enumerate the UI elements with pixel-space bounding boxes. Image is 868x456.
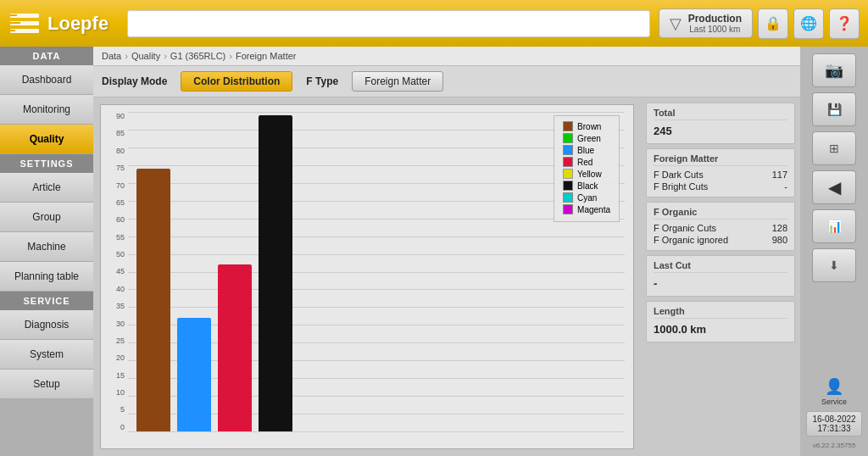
production-label: Production: [688, 13, 742, 25]
legend-item-blue: Blue: [563, 145, 610, 155]
sidebar-item-group[interactable]: Group: [0, 203, 93, 232]
legend-color-red: [563, 157, 573, 167]
grid-line: [128, 431, 625, 432]
header-right: ▽ Production Last 1000 km 🔒 🌐 ❓: [659, 8, 860, 39]
total-value: 245: [654, 123, 787, 139]
ftype-button[interactable]: Foreign Matter: [352, 71, 443, 92]
date-display: 16-08-2022: [812, 414, 855, 424]
logo-text: Loepfe: [47, 13, 108, 35]
right-bottom: 👤 Service 16-08-2022 17:31:33 v6.22.2.35…: [805, 377, 863, 449]
last-cut-header: Last Cut: [654, 260, 787, 273]
f-organic-cuts-value: 128: [772, 223, 787, 233]
foreign-matter-header: Foreign Matter: [654, 153, 787, 166]
f-organic-cuts-label: F Organic Cuts: [654, 223, 716, 233]
chart-button[interactable]: 📊: [812, 209, 856, 243]
f-dark-cuts-value: 117: [772, 170, 787, 180]
datetime-box: 16-08-2022 17:31:33: [806, 411, 861, 437]
f-bright-cuts-label: F Bright Cuts: [654, 181, 708, 192]
sidebar-item-machine[interactable]: Machine: [0, 232, 93, 262]
service-area: 👤 Service: [821, 377, 847, 406]
save-button[interactable]: 💾: [812, 92, 856, 126]
sidebar-item-diagnosis[interactable]: Diagnosis: [0, 310, 93, 340]
sidebar-item-setup[interactable]: Setup: [0, 370, 93, 399]
breadcrumb-foreign-matter: Foreign Matter: [236, 51, 297, 61]
legend-item-green: Green: [563, 133, 610, 143]
breadcrumb: Data › Quality › G1 (365RLC) › Foreign M…: [93, 47, 800, 66]
sidebar-item-dashboard[interactable]: Dashboard: [0, 65, 93, 95]
breadcrumb-g1: G1 (365RLC): [170, 51, 225, 61]
service-icon: 👤: [825, 377, 843, 396]
toolbar: Display Mode Color Distribution F Type F…: [93, 66, 800, 97]
main-layout: DATA Dashboard Monitoring Quality SETTIN…: [0, 47, 868, 456]
breadcrumb-sep-2: ›: [164, 51, 167, 61]
last-cut-box: Last Cut -: [646, 255, 795, 297]
chart-bar: [259, 115, 292, 431]
help-button[interactable]: ❓: [829, 8, 860, 39]
last-cut-value: -: [654, 275, 787, 292]
service-label: Service: [821, 398, 847, 406]
ftype-label: F Type: [306, 75, 338, 87]
legend-color-blue: [563, 145, 573, 155]
camera-button[interactable]: 📷: [812, 53, 856, 87]
total-box: Total 245: [646, 103, 795, 144]
chart-stats-area: 90 85 80 75 70 65 60 55 50 45 40 35 30 2…: [93, 97, 800, 456]
production-button[interactable]: ▽ Production Last 1000 km: [659, 8, 753, 38]
display-mode-button[interactable]: Color Distribution: [181, 71, 292, 92]
download-button[interactable]: ⬇: [812, 248, 856, 282]
chart-area: 90 85 80 75 70 65 60 55 50 45 40 35 30 2…: [93, 97, 641, 456]
y-axis: 90 85 80 75 70 65 60 55 50 45 40 35 30 2…: [101, 105, 128, 448]
f-organic-header: F Organic: [654, 207, 787, 220]
play-button[interactable]: ◀: [812, 170, 856, 204]
settings-section-header: SETTINGS: [0, 154, 93, 173]
service-section-header: SERVICE: [0, 292, 93, 310]
legend-color-magenta: [563, 204, 573, 214]
legend-color-green: [563, 133, 573, 143]
sidebar-item-quality[interactable]: Quality: [0, 125, 93, 154]
chart-bar: [136, 169, 170, 431]
sidebar-item-system[interactable]: System: [0, 340, 93, 370]
data-section-header: DATA: [0, 47, 93, 65]
foreign-matter-box: Foreign Matter F Dark Cuts 117 F Bright …: [646, 148, 795, 197]
legend-item-red: Red: [563, 157, 610, 167]
legend-color-cyan: [563, 192, 573, 203]
legend-item-magenta: Magenta: [563, 204, 610, 214]
breadcrumb-sep-3: ›: [229, 51, 232, 61]
f-dark-cuts-label: F Dark Cuts: [654, 170, 704, 180]
f-organic-ignored-value: 980: [772, 235, 787, 245]
f-organic-cuts-row: F Organic Cuts 128: [654, 222, 787, 234]
sidebar-item-planning-table[interactable]: Planning table: [0, 262, 93, 292]
f-dark-cuts-row: F Dark Cuts 117: [654, 169, 787, 181]
production-sub: Last 1000 km: [688, 25, 742, 34]
sidebar: DATA Dashboard Monitoring Quality SETTIN…: [0, 47, 93, 456]
right-panel: 📷 💾 ⊞ ◀ 📊 ⬇ 👤 Service 16-08-2022 17:31:3…: [800, 47, 868, 456]
stats-panel: Total 245 Foreign Matter F Dark Cuts 117…: [641, 97, 800, 456]
legend-item-yellow: Yellow: [563, 169, 610, 179]
length-box: Length 1000.0 km: [646, 301, 795, 342]
legend-color-yellow: [563, 169, 573, 179]
length-value: 1000.0 km: [654, 321, 787, 337]
breadcrumb-data: Data: [102, 51, 121, 61]
total-header: Total: [654, 108, 787, 120]
display-mode-label: Display Mode: [102, 75, 167, 87]
globe-button[interactable]: 🌐: [793, 8, 824, 39]
production-text: Production Last 1000 km: [688, 13, 742, 34]
legend-item-black: Black: [563, 181, 610, 191]
sidebar-item-monitoring[interactable]: Monitoring: [0, 95, 93, 125]
f-organic-ignored-label: F Organic ignored: [654, 235, 728, 245]
sidebar-item-article[interactable]: Article: [0, 173, 93, 203]
header: Loepfe ▽ Production Last 1000 km 🔒 🌐 ❓: [0, 0, 868, 47]
grid-button[interactable]: ⊞: [812, 131, 856, 165]
search-input[interactable]: [127, 10, 650, 37]
chart-bar: [177, 318, 211, 431]
lock-button[interactable]: 🔒: [758, 8, 788, 39]
time-display: 17:31:33: [812, 424, 855, 433]
logo-area: Loepfe: [8, 10, 119, 37]
content-area: Data › Quality › G1 (365RLC) › Foreign M…: [93, 47, 800, 456]
f-organic-box: F Organic F Organic Cuts 128 F Organic i…: [646, 202, 795, 251]
logo-icon: [8, 10, 41, 37]
filter-icon: ▽: [670, 14, 682, 33]
chart-bar: [218, 264, 252, 431]
legend-color-black: [563, 181, 573, 191]
bars-area: [128, 112, 625, 431]
version-text: v6.22.2.35755: [813, 442, 856, 449]
